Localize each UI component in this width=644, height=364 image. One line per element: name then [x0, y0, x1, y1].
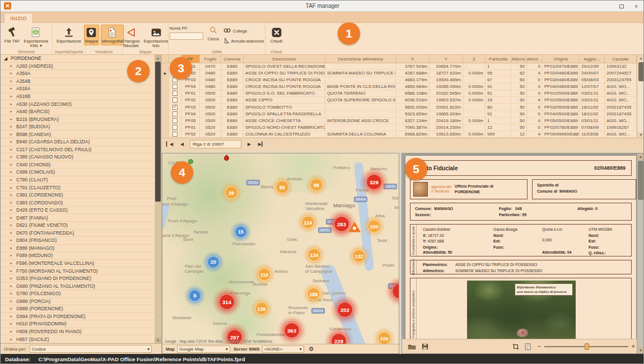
col-header[interactable]: Descrizione [244, 55, 325, 63]
pager-next-button[interactable]: ▶ [245, 142, 254, 147]
sidebar-tree-item[interactable]: ▸ F750 (MORSANO AL TAGLIAMENTO) [1, 267, 155, 275]
table-row[interactable]: ▶ PF02 0480 E889 ASSE DI CIPPO SU TRIPLI… [162, 70, 644, 77]
sidebar-tree-item[interactable]: ▸ A516A [1, 85, 155, 93]
sidebar-tree-item[interactable]: ▸ H010 (PRAVISDOMINI) [1, 320, 155, 328]
monografia-scrollbar[interactable]: ▲ ▼ [637, 153, 644, 353]
table-row[interactable]: PF01 0470 E889 SPIGOLO OVEST DELLA RECIN… [162, 63, 644, 70]
cerca-button[interactable]: Cerca [208, 26, 219, 45]
col-header[interactable]: Causale [605, 55, 637, 63]
sidebar-tree-item[interactable]: ▸ A516B [1, 93, 155, 101]
pager-prev-button[interactable]: ◀ [178, 142, 186, 147]
sidebar-tree-item[interactable]: ▸ C991 (CORDENONS) [1, 192, 155, 199]
map-cluster-marker[interactable]: 136 [255, 302, 268, 315]
row-checkbox[interactable] [172, 91, 178, 96]
sidebar-tree-item[interactable]: ▸ H609 (ROVEREDO IN PIANO) [1, 328, 155, 336]
pager-first-button[interactable]: ▎◀ [165, 142, 174, 147]
save-button[interactable] [422, 343, 428, 350]
table-row[interactable]: PF02 0500 E889 ASSE CIPPO QUOTA SUPERIOR… [162, 97, 644, 104]
window-close-button[interactable]: × [630, 2, 642, 11]
window-restore-button[interactable] [615, 2, 628, 11]
col-header[interactable]: Z [463, 55, 486, 63]
sidebar-tree-item[interactable]: ▸ B940 (CASARSA DELLA DELIZIA) [1, 138, 155, 146]
sidebar-tree-item[interactable]: ▸ B598 (CANEVA) [1, 130, 155, 138]
sidebar-tree-item[interactable]: ▸ D487 (FANNA) [1, 214, 155, 222]
map-cluster-marker[interactable]: 6 [189, 290, 201, 302]
chiudi-button[interactable]: Chiudi [269, 25, 284, 45]
open-folder-button[interactable] [408, 343, 416, 350]
col-header[interactable]: Y [430, 55, 463, 63]
sidebar-tree-item[interactable]: ▸ C385 (CAVASSO NUOVO) [1, 153, 155, 161]
zoom-slider-thumb[interactable] [585, 343, 589, 350]
table-row[interactable]: PF04 0480 E889 CROCE INCISA SU PONTE ROG… [162, 83, 644, 90]
zoom-out-icon[interactable]: − [538, 343, 541, 349]
map-cluster-marker[interactable]: 132 [353, 250, 366, 263]
sort-dropdown[interactable]: Codice ▾ [30, 345, 152, 353]
map-cluster-marker[interactable]: 228 [331, 333, 347, 345]
map-cluster-marker[interactable]: 110 [258, 268, 271, 281]
sidebar-tree-item[interactable]: ▸ G353 (PASIANO DI PORDENONE) [1, 275, 155, 283]
map-canvas[interactable]: SR251SR553SR464SP19SR251SR177SR251 Col N… [162, 153, 399, 345]
sidebar-tree-item[interactable]: ▸ C640 (CHIONS) [1, 161, 155, 169]
scrollbar-thumb[interactable] [638, 62, 644, 81]
gear-icon[interactable]: ⚙ [309, 346, 314, 352]
col-header[interactable]: Foglio [200, 55, 221, 63]
table-row[interactable]: ✓ PF03 0500 E889 SPIGOLO TOMBOTTO 5692.0… [162, 104, 644, 110]
fit-page-button[interactable] [525, 343, 531, 350]
esportazione-button[interactable]: Esportazione [55, 25, 82, 45]
sidebar-tree-item[interactable]: ▸ B215 (BRUGNERA) [1, 115, 155, 123]
nome-pf-input[interactable] [170, 32, 203, 40]
map-cluster-marker[interactable]: 124 [302, 216, 315, 229]
sidebar-tree-item[interactable]: ▸ F089 (MEDUNO) [1, 252, 155, 260]
map-cluster-marker[interactable]: 326 [366, 174, 382, 190]
sidebar-tree-item[interactable]: ▸ C790 (CLAUT) [1, 176, 155, 184]
col-header[interactable]: Comune [221, 55, 244, 63]
row-checkbox[interactable] [172, 132, 178, 137]
scroll-down-icon[interactable]: ▼ [637, 132, 644, 138]
col-header[interactable]: Particella [486, 55, 511, 63]
col-header[interactable]: Origine [543, 55, 580, 63]
sidebar-tree-item[interactable]: ▸ D426 (ERTO E CASSO) [1, 207, 155, 214]
sidebar-tree-item[interactable]: ▸ A530 (AZZANO DECIMO) [1, 100, 155, 108]
table-row[interactable]: PF01 0520 E889 SPIGOLO NORD-OVEST FABBRI… [162, 124, 644, 131]
sidebar-tree-item[interactable]: ▸ D670 (FONTANAFREDDA) [1, 230, 155, 237]
row-checkbox[interactable] [172, 125, 178, 130]
map-cluster-marker[interactable]: 20 [207, 256, 220, 268]
map-cluster-marker[interactable]: 98 [310, 179, 323, 192]
map-cluster-marker[interactable]: 314 [219, 294, 235, 310]
sidebar-tree-item[interactable]: ▸ C699 (CIMOLAIS) [1, 169, 155, 176]
table-scrollbar[interactable]: ▲ ▼ [637, 55, 644, 138]
scrollbar-thumb[interactable] [155, 62, 161, 202]
sidebar-tree-item[interactable]: ▸ D621 (FIUME VENETO) [1, 222, 155, 230]
sidebar-tree-item[interactable]: ▸ B247 (BUDOIA) [1, 123, 155, 131]
col-header[interactable] [162, 55, 169, 63]
map-cluster-marker[interactable]: 105 [378, 332, 391, 345]
col-header[interactable]: Descrizione altimetrica [325, 55, 396, 63]
row-checkbox[interactable] [172, 97, 178, 102]
pager-position-box[interactable]: Riga 2 di 10607 [190, 140, 241, 148]
map-cluster-marker[interactable]: 134 [308, 249, 321, 262]
sidebar-tree-item[interactable]: ▸ C217 (CASTELNOVO DEL FRIULI) [1, 146, 155, 154]
row-checkbox[interactable]: ✓ [172, 105, 178, 110]
map-cluster-marker[interactable]: 363 [284, 323, 300, 338]
tab-inizio[interactable]: INIZIO [4, 13, 33, 23]
monografia-toggle-button[interactable]: Monografia [101, 25, 124, 45]
scrollbar-thumb[interactable] [638, 161, 643, 200]
collega-button[interactable]: Collega [223, 27, 264, 35]
scroll-down-icon[interactable]: ▼ [155, 337, 161, 343]
triangolo-fiduciale-button[interactable]: Triangolo fiduciale [122, 25, 141, 50]
sidebar-tree-item[interactable]: ▸ C791 (CLAUZETTO) [1, 184, 155, 192]
row-checkbox[interactable] [172, 84, 178, 89]
col-header[interactable]: Attend. ... [527, 55, 543, 63]
scroll-up-icon[interactable]: ▲ [155, 55, 161, 61]
map-source-dropdown[interactable]: Google Map ▾ [177, 346, 230, 353]
crop-button[interactable] [512, 343, 519, 350]
annulla-selezione-button[interactable]: Annulla selezione [223, 37, 264, 45]
col-header[interactable]: Aggior... [580, 55, 605, 63]
map-cluster-marker[interactable]: 85 [276, 181, 289, 194]
map-cluster-marker[interactable]: 283 [334, 216, 349, 232]
esportazione-foto-button[interactable]: Esportazione foto [143, 25, 170, 50]
sidebar-tree-item[interactable]: ▸ D804 (FRISANCO) [1, 237, 155, 245]
sidebar-tree-item[interactable]: ▸ G888 (PORDENONE) [1, 305, 155, 313]
map-cluster-marker[interactable]: 202 [337, 302, 353, 318]
sidebar-tree-item[interactable]: ▸ A640 (BARCIS) [1, 108, 155, 116]
